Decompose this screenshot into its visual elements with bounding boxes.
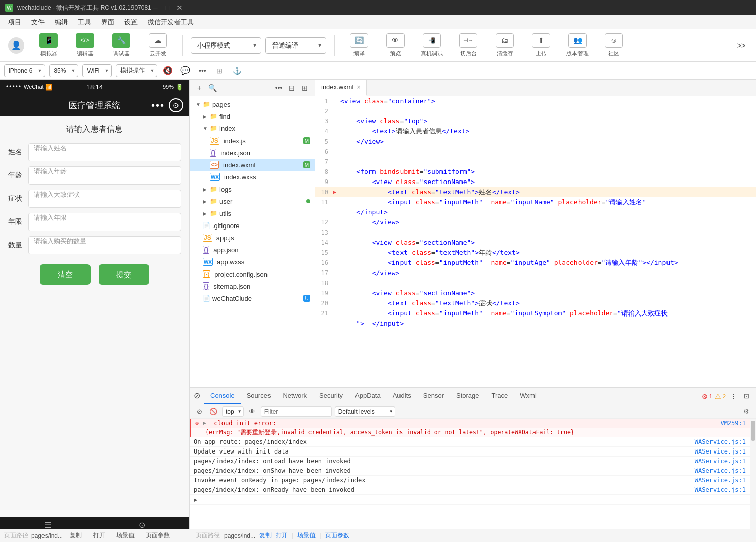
simulate-action-select[interactable]: 模拟操作 [116, 64, 157, 77]
chat-button[interactable]: 💬 [179, 64, 192, 77]
open-button[interactable]: 打开 [89, 530, 109, 541]
tree-item-app-wxss[interactable]: wx app.wxss [190, 256, 315, 268]
minimize-button[interactable]: ─ [151, 4, 159, 12]
device-select[interactable]: iPhone 6 [4, 64, 45, 77]
devtools-more-btn[interactable]: ⋮ [728, 391, 739, 402]
network-select[interactable]: WiFi [82, 64, 112, 77]
devtools-tab-audits[interactable]: Audits [387, 388, 417, 404]
code-line-18: 18 [315, 278, 756, 288]
layout-button[interactable]: ⊞ [213, 64, 226, 77]
console-error-link-1[interactable]: VM259:1 [720, 420, 746, 427]
scene-button[interactable]: 场景值 [112, 530, 139, 541]
mute-button[interactable]: 🔇 [161, 64, 174, 77]
upload-button[interactable]: ⬆ 上传 [525, 32, 557, 59]
tree-item-index-json[interactable]: {} index.json [190, 147, 315, 159]
tree-item-app-json[interactable]: {} app.json [190, 244, 315, 256]
console-level-select[interactable]: Default levels [335, 406, 395, 417]
tree-item-wechatclude[interactable]: 📄 weChatClude U [190, 292, 315, 304]
console-log-link-1[interactable]: WAService.js:1 [695, 438, 746, 445]
simulator-button[interactable]: 📱 模拟器 [32, 32, 65, 59]
menu-item-file[interactable]: 文件 [27, 17, 49, 28]
menu-item-interface[interactable]: 界面 [97, 17, 118, 28]
phone-input-years[interactable]: 请输入年限 [28, 213, 181, 231]
more-button[interactable]: >> [735, 39, 748, 52]
clear-cache-button[interactable]: 🗂 清缓存 [488, 32, 521, 59]
console-log-link-5[interactable]: WAService.js:1 [695, 477, 746, 484]
devtools-tab-sensor[interactable]: Sensor [417, 388, 450, 404]
console-log-text-3: pages/index/index: onLoad have been invo… [315, 458, 693, 465]
code-line-14: 14 <view class="sectionName"> [315, 238, 756, 248]
preview-button[interactable]: 👁 预览 [379, 32, 412, 59]
dock-button[interactable]: ⚓ [230, 64, 243, 77]
tree-item-pages[interactable]: ▼ 📁 pages [190, 98, 315, 110]
compile-button[interactable]: 🔄 编译 [343, 32, 375, 59]
console-log-link-2[interactable]: WAService.js:1 [695, 448, 746, 455]
zoom-select[interactable]: 85% [49, 64, 78, 77]
console-filter-input[interactable] [315, 406, 332, 417]
compile-type-dropdown[interactable]: 普通编译 [265, 37, 326, 54]
new-file-button[interactable]: + [194, 82, 205, 94]
index-json-icon: {} [210, 149, 216, 157]
tree-item-logs[interactable]: ▶ 📁 logs [190, 183, 315, 195]
phone-menu-dots[interactable]: ••• [151, 100, 165, 111]
version-button[interactable]: 👥 版本管理 [561, 32, 594, 59]
bottom-phone-bar: 页面路径 pages/ind... 复制 打开 场景值 页面参数 [0, 529, 190, 542]
code-line-21b: "> </input> [315, 319, 756, 329]
sort-file-button[interactable]: ⊟ [286, 82, 297, 94]
statusbar-page-params-button[interactable]: 页面参数 [325, 531, 349, 540]
console-log-link-3[interactable]: WAService.js:1 [695, 458, 746, 465]
tree-item-find[interactable]: ▶ 📁 find [190, 110, 315, 122]
page-params-button[interactable]: 页面参数 [142, 530, 174, 541]
editor-button[interactable]: </> 编辑器 [69, 32, 101, 59]
phone-record-button[interactable]: ⊙ [169, 98, 183, 112]
devtools-tab-security[interactable]: Security [315, 388, 349, 404]
menu-item-project[interactable]: 项目 [4, 17, 25, 28]
phone-input-age[interactable]: 请输入年龄 [28, 166, 181, 185]
collapse-file-button[interactable]: ⊞ [299, 82, 310, 94]
phone-submit-button[interactable]: 提交 [99, 264, 149, 285]
tree-item-gitignore[interactable]: 📄 .gitignore [190, 219, 315, 232]
console-log-link-4[interactable]: WAService.js:1 [695, 467, 746, 474]
copy-button[interactable]: 复制 [66, 530, 86, 541]
phone-input-symptom[interactable]: 请输入大致症状 [28, 190, 181, 208]
phone-clear-button[interactable]: 清空 [40, 264, 91, 285]
debugger-button[interactable]: 🔧 调试器 [105, 32, 138, 59]
devtools-tab-wxml[interactable]: Wxml [514, 388, 543, 404]
cloud-button[interactable]: ☁ 云开发 [142, 32, 174, 59]
tree-item-sitemap[interactable]: {} sitemap.json [190, 280, 315, 292]
phone-input-qty[interactable]: 请输入购买的数量 [28, 236, 181, 254]
compile-mode-dropdown[interactable]: 小程序模式 [191, 37, 261, 54]
menu-item-settings[interactable]: 设置 [120, 17, 142, 28]
statusbar-scene-button[interactable]: 场景值 [315, 531, 316, 540]
cut-bg-button[interactable]: ⊣→ 切后台 [452, 32, 484, 59]
tree-item-user[interactable]: ▶ 📁 user [190, 195, 315, 207]
tree-item-utils[interactable]: ▶ 📁 utils [190, 207, 315, 219]
more-options-button[interactable]: ••• [196, 64, 209, 77]
devtools-tab-appdata[interactable]: AppData [349, 388, 387, 404]
tree-item-project-config[interactable]: {•} project.config.json [190, 268, 315, 280]
console-settings-btn[interactable]: ⚙ [741, 406, 752, 417]
tab-wxml-close[interactable]: × [357, 84, 360, 91]
phone-input-name[interactable]: 请输入姓名 [28, 143, 181, 161]
logs-arrow-icon: ▶ [203, 187, 210, 192]
console-log-link-6[interactable]: WAService.js:1 [695, 486, 746, 493]
tab-index-wxml[interactable]: index.wxml × [315, 80, 367, 96]
menu-item-edit[interactable]: 编辑 [51, 17, 72, 28]
tree-item-app-js[interactable]: JS app.js [190, 232, 315, 244]
more-file-button[interactable]: ••• [273, 82, 284, 94]
menu-item-tools[interactable]: 工具 [74, 17, 95, 28]
maximize-button[interactable]: □ [163, 4, 171, 12]
search-file-button[interactable]: 🔍 [207, 82, 218, 94]
tree-item-index-wxml[interactable]: <> index.wxml M [190, 159, 315, 171]
devtools-dock-btn[interactable]: ⊡ [741, 391, 752, 402]
tree-item-index-js[interactable]: JS index.js M [190, 134, 315, 147]
community-button[interactable]: ☺ 社区 [598, 32, 630, 59]
devtools-tab-storage[interactable]: Storage [450, 388, 485, 404]
close-button[interactable]: ✕ [175, 4, 184, 12]
code-line-16: 16 <input class="inputMeth" name="inputA… [315, 258, 756, 268]
devtools-tab-trace[interactable]: Trace [485, 388, 514, 404]
tree-item-index-wxss[interactable]: wx index.wxss [190, 171, 315, 183]
tree-item-index[interactable]: ▼ 📁 index [190, 122, 315, 134]
menu-item-wechat-devtools[interactable]: 微信开发者工具 [144, 17, 198, 28]
real-debug-button[interactable]: 📲 真机调试 [416, 32, 448, 59]
